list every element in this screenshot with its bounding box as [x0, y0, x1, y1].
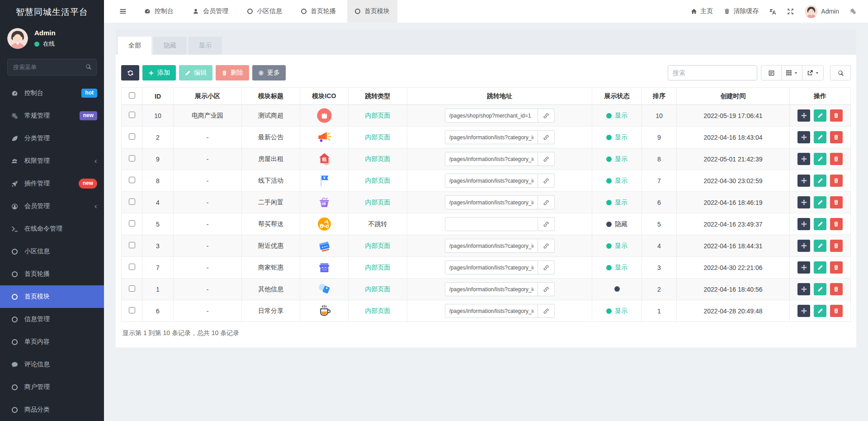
- row-checkbox[interactable]: [129, 307, 135, 313]
- row-checkbox[interactable]: [129, 220, 135, 227]
- add-button[interactable]: 添加: [142, 65, 176, 80]
- row-edit-button[interactable]: [814, 261, 826, 274]
- link-button[interactable]: [538, 195, 555, 209]
- column-header[interactable]: 模块ICO: [300, 88, 349, 105]
- sidebar-item-3[interactable]: 权限管理‹: [0, 150, 104, 172]
- drag-sort-button[interactable]: [797, 218, 810, 230]
- sidebar-item-0[interactable]: 控制台hot: [0, 82, 104, 104]
- row-checkbox[interactable]: [129, 264, 135, 270]
- row-delete-button[interactable]: [830, 153, 843, 165]
- link-button[interactable]: [538, 174, 555, 188]
- column-header[interactable]: 排序: [642, 88, 677, 105]
- jump-url-input[interactable]: [445, 217, 538, 231]
- drag-sort-button[interactable]: [797, 109, 810, 122]
- sidebar-item-10[interactable]: 信息管理: [0, 308, 104, 331]
- drag-sort-button[interactable]: [797, 175, 810, 187]
- row-edit-button[interactable]: [814, 109, 826, 122]
- settings-button[interactable]: [850, 8, 856, 14]
- filter-tab-1[interactable]: 隐藏: [153, 37, 187, 55]
- jump-url-input[interactable]: [445, 109, 538, 123]
- select-all-checkbox[interactable]: [129, 92, 135, 99]
- sidebar-item-14[interactable]: 商品分类: [0, 398, 104, 421]
- sidebar-item-8[interactable]: 首页轮播: [0, 263, 104, 285]
- hamburger-icon[interactable]: [113, 0, 133, 23]
- link-button[interactable]: [538, 239, 555, 253]
- jump-url-input[interactable]: [445, 174, 538, 188]
- jump-url-input[interactable]: [445, 282, 538, 296]
- drag-sort-button[interactable]: [797, 305, 810, 317]
- topbar-tab-4[interactable]: 首页模块: [347, 0, 397, 23]
- column-header[interactable]: 操作: [790, 88, 851, 105]
- row-edit-button[interactable]: [814, 153, 826, 165]
- drag-sort-button[interactable]: [797, 240, 810, 252]
- column-header[interactable]: 跳转地址: [407, 88, 592, 105]
- language-button[interactable]: [769, 8, 776, 15]
- jump-url-input[interactable]: [445, 195, 538, 209]
- jump-url-input[interactable]: [445, 239, 538, 253]
- row-delete-button[interactable]: [830, 283, 843, 295]
- row-delete-button[interactable]: [830, 218, 843, 230]
- row-delete-button[interactable]: [830, 196, 843, 208]
- sidebar-item-2[interactable]: 分类管理: [0, 127, 104, 150]
- row-edit-button[interactable]: [814, 218, 826, 230]
- row-checkbox[interactable]: [129, 155, 135, 161]
- drag-sort-button[interactable]: [797, 131, 810, 143]
- row-checkbox[interactable]: [129, 285, 135, 292]
- topbar-tab-3[interactable]: 首页轮播: [293, 0, 344, 23]
- link-button[interactable]: [538, 109, 555, 123]
- more-button[interactable]: 更多: [252, 65, 286, 80]
- table-search-input[interactable]: [668, 65, 757, 80]
- drag-sort-button[interactable]: [797, 196, 810, 208]
- row-checkbox[interactable]: [129, 199, 135, 205]
- sidebar-item-1[interactable]: 常规管理new: [0, 104, 104, 127]
- row-delete-button[interactable]: [830, 175, 843, 187]
- link-button[interactable]: [538, 130, 555, 144]
- column-header[interactable]: 模块标题: [242, 88, 300, 105]
- avatar[interactable]: [7, 28, 28, 49]
- filter-tab-0[interactable]: 全部: [118, 37, 151, 55]
- column-header[interactable]: 展示状态: [592, 88, 642, 105]
- row-checkbox[interactable]: [129, 242, 135, 248]
- topbar-tab-2[interactable]: 小区信息: [240, 0, 290, 23]
- sidebar-item-11[interactable]: 单页内容: [0, 331, 104, 353]
- sidebar-item-4[interactable]: 插件管理new: [0, 172, 104, 195]
- jump-url-input[interactable]: [445, 130, 538, 144]
- row-checkbox[interactable]: [129, 133, 135, 140]
- row-edit-button[interactable]: [814, 305, 826, 317]
- drag-sort-button[interactable]: [797, 153, 810, 165]
- column-header[interactable]: 创建时间: [677, 88, 790, 105]
- edit-button[interactable]: 编辑: [179, 65, 212, 80]
- jump-url-input[interactable]: [445, 152, 538, 166]
- filter-tab-2[interactable]: 显示: [189, 37, 222, 55]
- fullscreen-button[interactable]: [787, 8, 794, 15]
- user-menu[interactable]: Admin: [805, 5, 839, 18]
- row-edit-button[interactable]: [814, 131, 826, 143]
- sidebar-item-13[interactable]: 商户管理: [0, 376, 104, 398]
- row-checkbox[interactable]: [129, 112, 135, 118]
- columns-button[interactable]: [781, 65, 802, 80]
- jump-url-input[interactable]: [445, 260, 538, 274]
- refresh-button[interactable]: [121, 65, 139, 80]
- link-button[interactable]: [538, 260, 555, 274]
- sidebar-item-9[interactable]: 首页模块: [0, 285, 104, 308]
- row-edit-button[interactable]: [814, 196, 826, 208]
- sidebar-item-12[interactable]: 评论信息: [0, 353, 104, 376]
- row-edit-button[interactable]: [814, 283, 826, 295]
- row-delete-button[interactable]: [830, 240, 843, 252]
- column-header[interactable]: ID: [142, 88, 174, 105]
- drag-sort-button[interactable]: [797, 261, 810, 274]
- sidebar-search-input[interactable]: [7, 59, 97, 76]
- link-button[interactable]: [538, 217, 555, 231]
- delete-button[interactable]: 删除: [216, 65, 249, 80]
- row-edit-button[interactable]: [814, 175, 826, 187]
- search-toggle-button[interactable]: [830, 65, 851, 80]
- row-delete-button[interactable]: [830, 261, 843, 274]
- jump-url-input[interactable]: [445, 304, 538, 318]
- row-delete-button[interactable]: [830, 131, 843, 143]
- sidebar-item-5[interactable]: 会员管理‹: [0, 195, 104, 218]
- topbar-tab-1[interactable]: 会员管理: [185, 0, 236, 23]
- column-header[interactable]: 跳转类型: [349, 88, 407, 105]
- clear-cache-link[interactable]: 清除缓存: [724, 7, 759, 15]
- row-edit-button[interactable]: [814, 240, 826, 252]
- export-button[interactable]: [802, 65, 824, 80]
